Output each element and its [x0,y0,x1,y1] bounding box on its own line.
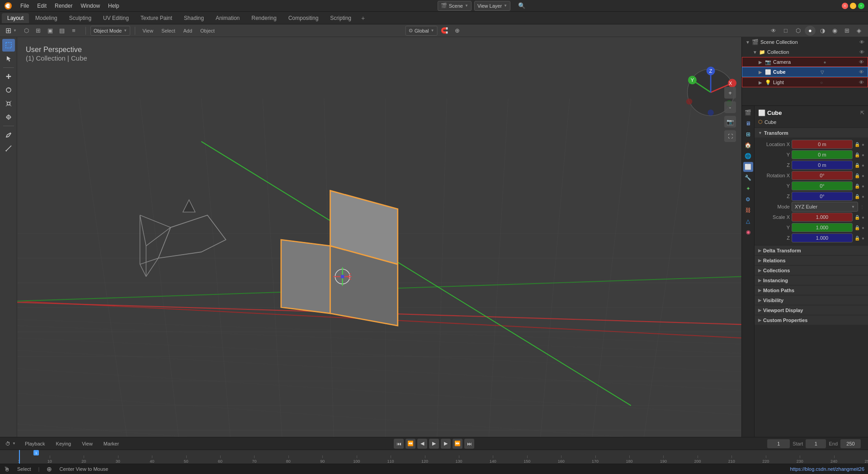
editor-type-btn[interactable]: ⊞ ▼ [4,26,19,36]
relations-section[interactable]: ▶ Relations [755,255,868,265]
zoom-in-btn[interactable]: + [724,87,736,99]
viewlayer-selector[interactable]: View Layer ▼ [474,1,510,11]
prev-keyframe-btn[interactable]: ◀ [417,439,427,449]
coll-visibility[interactable]: 👁 [859,49,864,55]
outliner-item-cube[interactable]: ▶ ⬜ Cube ▽ 👁 [742,67,868,77]
scene-coll-visibility[interactable]: 👁 [859,39,864,45]
minimize-btn[interactable]: − [850,3,856,9]
rotation-z-field[interactable]: 0° [792,192,853,201]
marker-menu[interactable]: Marker [100,440,123,447]
rotation-y-lock[interactable]: 🔒 [854,184,860,189]
rotation-z-anim[interactable]: ● [862,194,864,199]
viewport-gizmos[interactable]: ⊞ [841,26,852,36]
add-workspace-btn[interactable]: + [358,13,368,24]
prop-render-btn[interactable]: 🎬 [743,108,753,118]
view-menu[interactable]: View [78,440,96,447]
current-frame-display[interactable]: 1 [767,439,790,448]
viewport-mode-btn-5[interactable]: ≡ [68,26,79,36]
scale-x-field[interactable]: 1.000 [792,213,853,222]
start-frame-input[interactable]: 1 [806,439,826,448]
tab-layout[interactable]: Layout [2,13,29,23]
camera-view-btn[interactable]: 📷 [724,116,736,128]
tab-scripting[interactable]: Scripting [325,13,357,23]
prop-material-btn[interactable]: ◉ [743,227,753,237]
location-y-field[interactable]: 0 m [792,150,853,159]
mode-selector[interactable]: Object Mode ▼ [90,26,130,36]
menu-render[interactable]: Render [52,2,75,10]
location-x-field[interactable]: 0 m [792,140,853,149]
location-x-anim[interactable]: ● [862,142,864,147]
viewport-overlays[interactable]: ◈ [854,26,864,36]
close-btn[interactable]: ✕ [842,3,848,9]
scale-y-lock[interactable]: 🔒 [854,225,860,230]
prop-output-btn[interactable]: 🖥 [743,118,753,128]
visibility-section[interactable]: ▶ Visibility [755,295,868,305]
outliner-item-camera[interactable]: ▶ 📷 Camera ● 👁 [742,57,868,67]
scale-y-anim[interactable]: ● [862,225,864,230]
zoom-out-btn[interactable]: - [724,101,736,113]
next-keyframe-btn[interactable]: ▶ [441,439,451,449]
prop-data-btn[interactable]: △ [743,216,753,226]
prop-physics-btn[interactable]: ⚙ [743,194,753,204]
scale-y-field[interactable]: 1.000 [792,223,853,232]
props-object-name[interactable]: Cube [767,109,782,116]
viewport[interactable]: X Y Z User Perspective (1) Collection | … [17,37,741,437]
rotation-z-lock[interactable]: 🔒 [854,194,860,199]
outliner-item-light[interactable]: ▶ 💡 Light ○ 👁 [742,77,868,87]
rotation-y-anim[interactable]: ● [862,184,864,189]
rotation-mode-selector[interactable]: XYZ Euler ▼ [792,202,858,212]
location-z-anim[interactable]: ● [862,163,864,168]
tool-select[interactable] [2,39,15,52]
scale-z-field[interactable]: 1.000 [792,233,853,242]
shading-wire[interactable]: ⬡ [793,26,803,36]
view-menu-btn[interactable]: View [140,26,156,36]
location-y-anim[interactable]: ● [862,152,864,157]
scene-selector[interactable]: 🎬 Scene ▼ [438,1,472,11]
shading-material[interactable]: ◑ [817,26,828,36]
tool-move[interactable] [2,70,15,83]
motion-paths-section[interactable]: ▶ Motion Paths [755,285,868,295]
tool-annotate[interactable] [2,128,15,141]
maximize-btn[interactable]: + [858,3,864,9]
location-x-lock[interactable]: 🔒 [854,142,860,147]
prop-scene-btn[interactable]: 🏠 [743,140,753,150]
rotation-x-field[interactable]: 0° [792,171,853,180]
rotation-x-anim[interactable]: ● [862,173,864,178]
next-frame-btn[interactable]: ⏩ [453,439,462,449]
search-btn[interactable]: 🔍 [517,1,527,11]
scale-x-anim[interactable]: ● [862,215,864,220]
tool-measure[interactable] [2,142,15,155]
timeline-editor-type[interactable]: ⏱ ▼ [4,439,18,449]
tab-shading[interactable]: Shading [179,13,209,23]
light-visibility[interactable]: 👁 [859,80,864,85]
rotation-mode-extra[interactable]: ⋮ [860,204,864,209]
cube-visibility[interactable]: 👁 [859,69,864,75]
overlay-btn[interactable]: 👁 [768,26,779,36]
menu-edit[interactable]: Edit [34,2,50,10]
props-expand-btn[interactable]: ⇱ [860,110,864,116]
end-frame-input[interactable]: 250 [840,439,861,448]
location-z-field[interactable]: 0 m [792,161,853,170]
tab-texture-paint[interactable]: Texture Paint [135,13,178,23]
rotation-y-field[interactable]: 0° [792,181,853,190]
pivot-point-btn[interactable]: ⊙ Global ▼ [406,26,438,36]
tool-scale[interactable] [2,97,15,110]
menu-help[interactable]: Help [105,2,123,10]
shading-render[interactable]: ◉ [829,26,840,36]
snap-toggle[interactable]: 🧲 [439,26,450,36]
keying-menu[interactable]: Keying [52,440,75,447]
tab-rendering[interactable]: Rendering [246,13,282,23]
viewport-mode-btn-1[interactable]: ⬡ [21,26,32,36]
scale-z-lock[interactable]: 🔒 [854,236,860,241]
tool-cursor[interactable] [2,52,15,65]
tool-transform[interactable] [2,111,15,123]
camera-visibility[interactable]: 👁 [859,59,864,65]
location-z-lock[interactable]: 🔒 [854,163,860,168]
xray-toggle[interactable]: □ [780,26,791,36]
menu-file[interactable]: File [17,2,32,10]
playback-menu[interactable]: Playback [21,440,49,447]
add-menu-btn[interactable]: Add [180,26,195,36]
tab-animation[interactable]: Animation [210,13,245,23]
fullscreen-btn[interactable]: ⛶ [724,130,736,142]
tab-sculpting[interactable]: Sculpting [64,13,97,23]
